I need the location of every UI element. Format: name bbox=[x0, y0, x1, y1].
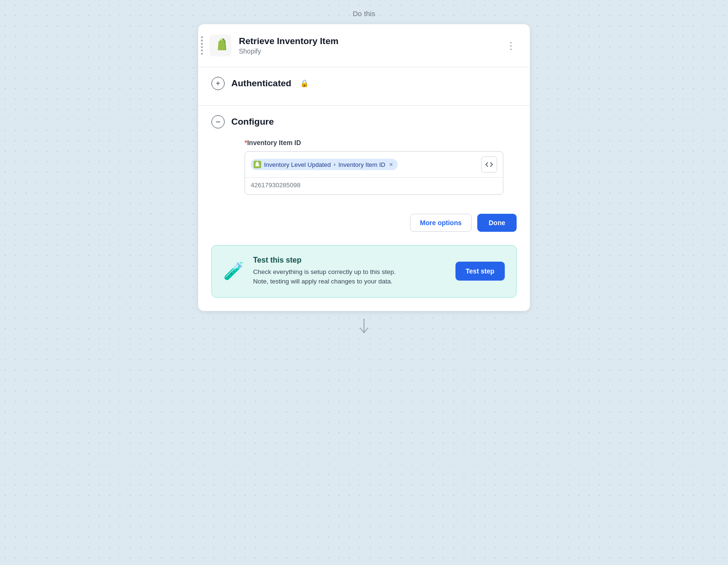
configure-section: − Configure *Inventory Item ID Inventory… bbox=[198, 108, 530, 206]
field-area: *Inventory Item ID Inventory Level Updat… bbox=[211, 139, 517, 195]
tag-arrow-icon: › bbox=[334, 161, 336, 168]
divider-1 bbox=[198, 105, 530, 106]
done-button[interactable]: Done bbox=[477, 214, 517, 232]
test-step-title: Test this step bbox=[253, 256, 447, 264]
authenticated-section: + Authenticated 🔒 bbox=[198, 67, 530, 103]
authenticated-label: Authenticated bbox=[231, 78, 291, 89]
test-step-section: 🧪 Test this step Check everything is set… bbox=[211, 245, 517, 298]
code-icon bbox=[485, 162, 493, 167]
authenticated-toggle-button[interactable]: + bbox=[211, 77, 225, 90]
tag-field: Inventory Item ID bbox=[338, 161, 385, 168]
flask-icon: 🧪 bbox=[223, 261, 245, 281]
preview-value: 42617930285098 bbox=[245, 177, 503, 194]
field-label: *Inventory Item ID bbox=[245, 139, 503, 146]
lock-icon: 🔒 bbox=[300, 79, 309, 88]
header-text: Retrieve Inventory Item Shopify bbox=[239, 36, 503, 55]
tag-remove-button[interactable]: × bbox=[389, 161, 393, 168]
configure-toggle-button[interactable]: − bbox=[211, 115, 225, 128]
down-arrow-icon bbox=[357, 319, 371, 336]
test-text: Test this step Check everything is setup… bbox=[253, 256, 447, 287]
drag-handle[interactable] bbox=[201, 36, 203, 55]
more-options-button[interactable]: More options bbox=[410, 214, 472, 232]
tag-pill: Inventory Level Updated › Inventory Item… bbox=[251, 159, 398, 170]
configure-label: Configure bbox=[231, 117, 274, 127]
main-card: Retrieve Inventory Item Shopify ⋮ + Auth… bbox=[198, 24, 530, 311]
tag-row: Inventory Level Updated › Inventory Item… bbox=[245, 152, 503, 177]
app-platform: Shopify bbox=[239, 47, 503, 55]
code-editor-button[interactable] bbox=[481, 156, 497, 173]
tag-shopify-icon bbox=[254, 161, 261, 168]
test-step-button[interactable]: Test step bbox=[455, 262, 505, 281]
app-name: Retrieve Inventory Item bbox=[239, 36, 503, 46]
shopify-logo-icon bbox=[209, 35, 231, 56]
card-header: Retrieve Inventory Item Shopify ⋮ bbox=[198, 24, 530, 67]
inventory-item-id-input[interactable]: Inventory Level Updated › Inventory Item… bbox=[245, 151, 503, 195]
action-buttons-row: More options Done bbox=[198, 206, 530, 245]
svg-point-1 bbox=[221, 39, 222, 40]
do-this-label: Do this bbox=[353, 9, 375, 18]
test-step-description: Check everything is setup correctly up t… bbox=[253, 267, 447, 287]
header-more-button[interactable]: ⋮ bbox=[503, 38, 519, 53]
tag-source: Inventory Level Updated bbox=[264, 161, 331, 168]
